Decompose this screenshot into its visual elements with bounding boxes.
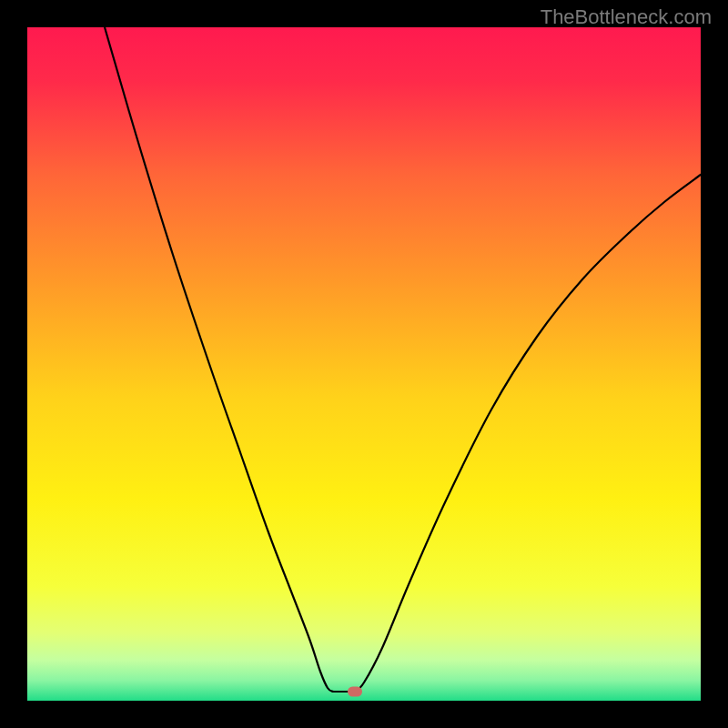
- bottleneck-curve: [27, 27, 701, 701]
- optimum-marker: [348, 687, 362, 697]
- plot-area: [27, 27, 701, 701]
- watermark-text: TheBottleneck.com: [541, 5, 712, 29]
